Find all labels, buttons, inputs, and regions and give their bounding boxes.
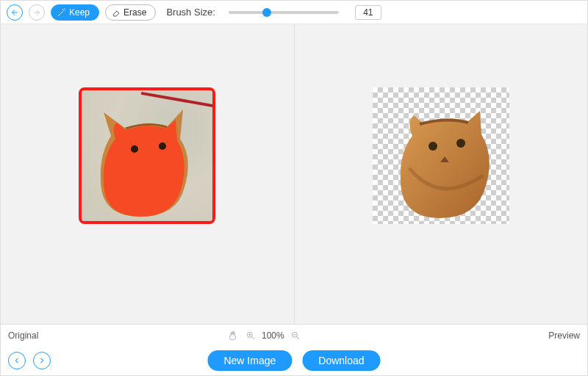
status-bar: Original 100% Preview xyxy=(1,324,587,346)
canvas-area xyxy=(1,24,587,324)
original-cat-image xyxy=(96,106,199,217)
zoom-in-icon[interactable] xyxy=(245,330,256,341)
download-button[interactable]: Download xyxy=(302,350,380,371)
undo-icon xyxy=(10,8,19,17)
svg-point-2 xyxy=(429,142,437,151)
redo-icon xyxy=(32,8,41,17)
original-pane[interactable] xyxy=(1,24,294,324)
slider-track xyxy=(229,11,339,14)
redo-button[interactable] xyxy=(29,4,45,21)
brush-size-value[interactable]: 41 xyxy=(355,5,381,20)
preview-pane[interactable] xyxy=(295,24,588,324)
toolbar: Keep Erase Brush Size: 41 xyxy=(1,1,587,24)
preview-cat-cutout xyxy=(387,95,505,220)
wand-icon xyxy=(57,8,66,17)
zoom-out-icon[interactable] xyxy=(290,330,301,341)
app-root: Keep Erase Brush Size: 41 xyxy=(0,0,588,376)
bottom-bar: New Image Download xyxy=(1,346,587,375)
svg-line-9 xyxy=(296,336,298,339)
status-mid-controls: 100% xyxy=(228,330,301,341)
eraser-icon xyxy=(112,8,121,17)
zoom-level: 100% xyxy=(262,330,284,341)
chevron-left-icon xyxy=(13,357,21,364)
undo-button[interactable] xyxy=(7,4,23,21)
svg-point-0 xyxy=(131,145,138,153)
keep-mask-overlay xyxy=(104,120,184,217)
slider-thumb[interactable] xyxy=(262,8,271,17)
svg-point-1 xyxy=(159,142,166,150)
preview-label: Preview xyxy=(548,330,580,341)
chevron-right-icon xyxy=(38,357,46,364)
preview-image-frame xyxy=(373,87,509,224)
brush-size-slider[interactable] xyxy=(229,11,339,14)
erase-label: Erase xyxy=(123,7,146,18)
next-button[interactable] xyxy=(33,352,51,369)
erase-button[interactable]: Erase xyxy=(105,4,156,21)
zoom-controls: 100% xyxy=(245,330,301,341)
new-image-button[interactable]: New Image xyxy=(207,350,292,371)
bottom-actions: New Image Download xyxy=(207,350,380,371)
brush-size-label: Brush Size: xyxy=(166,7,215,18)
hand-pan-icon[interactable] xyxy=(228,330,238,341)
svg-point-3 xyxy=(456,139,465,148)
keep-button[interactable]: Keep xyxy=(51,4,99,21)
keep-label: Keep xyxy=(69,7,90,18)
original-image-highlight-frame xyxy=(79,87,215,224)
svg-line-5 xyxy=(252,336,254,339)
prev-button[interactable] xyxy=(8,352,26,369)
